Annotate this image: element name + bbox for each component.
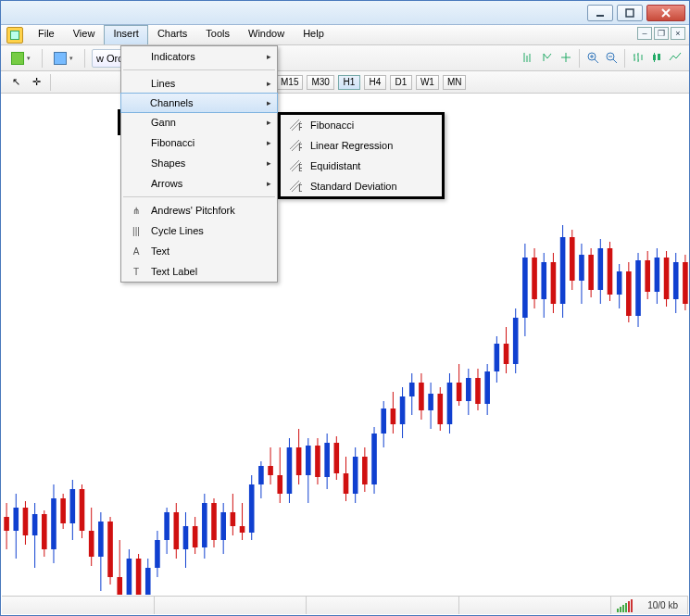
- menu-item-cycle-lines[interactable]: |||Cycle Lines: [121, 220, 277, 241]
- svg-rect-13: [658, 54, 660, 60]
- menu-item-indicators[interactable]: Indicators▸: [121, 46, 277, 67]
- menu-help[interactable]: Help: [294, 25, 333, 44]
- menu-item-label: Text: [151, 245, 169, 257]
- timeframe-mn[interactable]: MN: [443, 75, 467, 90]
- svg-rect-95: [381, 409, 386, 434]
- submenu-item-standard-deviation[interactable]: DStandard Deviation: [281, 176, 442, 196]
- channel-f-icon: F: [288, 118, 303, 132]
- svg-rect-153: [655, 258, 660, 292]
- svg-rect-89: [353, 457, 358, 494]
- periodicity-icon[interactable]: [539, 49, 556, 66]
- timeframe-h1[interactable]: H1: [338, 75, 360, 90]
- svg-line-9: [613, 59, 617, 63]
- status-cell: [2, 597, 155, 614]
- svg-text:R: R: [298, 142, 302, 152]
- bar-chart-icon[interactable]: [630, 49, 646, 66]
- svg-rect-119: [495, 344, 500, 371]
- status-cell: [155, 597, 307, 614]
- menu-item-text[interactable]: AText: [121, 241, 277, 261]
- mdi-minimize-button[interactable]: –: [637, 27, 652, 40]
- menu-item-shapes[interactable]: Shapes▸: [121, 153, 277, 173]
- svg-rect-35: [98, 522, 104, 557]
- menu-item-label: Lines: [151, 78, 175, 89]
- menu-item-andrews-pitchfork[interactable]: ⋔Andrews' Pitchfork: [121, 200, 277, 220]
- profiles-button[interactable]: ▾: [49, 49, 78, 68]
- channel-d-icon: D: [288, 179, 303, 194]
- svg-rect-117: [484, 371, 490, 404]
- svg-rect-85: [334, 443, 340, 473]
- svg-rect-141: [598, 248, 604, 290]
- timeframe-w1[interactable]: W1: [416, 75, 439, 90]
- submenu-arrow-icon: ▸: [267, 52, 271, 61]
- svg-rect-139: [588, 255, 594, 290]
- textlabel-icon: T: [129, 264, 144, 279]
- insert-dropdown: Indicators▸Lines▸Channels▸Gann▸Fibonacci…: [120, 45, 278, 283]
- titlebar: [1, 1, 689, 25]
- status-cell: [307, 597, 459, 614]
- menu-item-arrows[interactable]: Arrows▸: [121, 173, 277, 194]
- timeframe-m15[interactable]: M15: [276, 75, 303, 90]
- menu-item-text-label[interactable]: TText Label: [121, 261, 277, 282]
- maximize-button[interactable]: [617, 5, 643, 21]
- svg-rect-59: [211, 503, 217, 540]
- timeframe-d1[interactable]: D1: [390, 75, 412, 90]
- menu-window[interactable]: Window: [239, 25, 294, 44]
- zoom-out-icon[interactable]: [603, 49, 620, 66]
- svg-rect-157: [673, 262, 679, 299]
- svg-rect-105: [428, 394, 433, 410]
- menu-item-channels[interactable]: Channels▸: [120, 93, 278, 113]
- minimize-button[interactable]: [587, 5, 613, 21]
- timeframe-m30[interactable]: M30: [307, 75, 333, 90]
- line-chart-icon[interactable]: [667, 49, 684, 66]
- crosshair-icon[interactable]: ✛: [27, 74, 45, 91]
- menu-charts[interactable]: Charts: [148, 25, 196, 44]
- mdi-restore-button[interactable]: ❐: [654, 27, 669, 40]
- svg-rect-39: [117, 577, 122, 595]
- submenu-arrow-icon: ▸: [267, 79, 271, 88]
- svg-text:E: E: [298, 162, 302, 172]
- submenu-item-linear-regression[interactable]: RLinear Regression: [281, 135, 442, 156]
- menu-tools[interactable]: Tools: [196, 25, 239, 44]
- menu-view[interactable]: View: [64, 25, 105, 44]
- menubar: File View Insert Charts Tools Window Hel…: [1, 25, 689, 45]
- svg-rect-83: [324, 443, 330, 477]
- new-chart-button[interactable]: ▾: [6, 49, 35, 68]
- submenu-item-label: Fibonacci: [310, 119, 354, 131]
- svg-rect-21: [32, 514, 38, 535]
- mdi-close-button[interactable]: ×: [671, 27, 685, 40]
- svg-rect-65: [240, 526, 245, 533]
- indicator-list-icon[interactable]: [521, 49, 537, 66]
- svg-rect-101: [409, 383, 415, 396]
- menu-insert[interactable]: Insert: [104, 25, 148, 44]
- menu-item-lines[interactable]: Lines▸: [121, 73, 277, 94]
- candle-chart-icon[interactable]: [648, 49, 665, 66]
- connection-kb-label: 10/0 kb: [638, 600, 687, 610]
- svg-rect-145: [617, 271, 622, 295]
- svg-rect-23: [42, 514, 47, 549]
- svg-rect-33: [89, 531, 94, 557]
- svg-rect-15: [4, 517, 9, 531]
- submenu-item-fibonacci[interactable]: FFibonacci: [281, 115, 442, 135]
- zoom-in-icon[interactable]: [584, 49, 601, 66]
- templates-icon[interactable]: [558, 49, 574, 66]
- svg-rect-111: [457, 383, 462, 401]
- blank-icon: [129, 49, 144, 64]
- cursor-icon[interactable]: ↖: [6, 74, 25, 91]
- svg-rect-27: [60, 498, 66, 523]
- channel-r-icon: R: [288, 138, 303, 153]
- svg-rect-51: [173, 512, 179, 549]
- close-button[interactable]: [646, 5, 685, 21]
- menu-item-label: Gann: [151, 117, 176, 128]
- menu-item-gann[interactable]: Gann▸: [121, 112, 277, 132]
- blank-icon: [129, 176, 144, 191]
- timeframe-h4[interactable]: H4: [364, 75, 386, 90]
- svg-rect-55: [193, 526, 198, 547]
- menu-item-fibonacci[interactable]: Fibonacci▸: [121, 132, 277, 153]
- submenu-item-equidistant[interactable]: EEquidistant: [281, 156, 442, 176]
- menu-item-label: Fibonacci: [151, 137, 194, 148]
- submenu-arrow-icon: ▸: [267, 138, 271, 147]
- menu-file[interactable]: File: [29, 25, 64, 44]
- statusbar: 10/0 kb: [2, 596, 688, 614]
- svg-rect-61: [220, 512, 226, 540]
- svg-rect-19: [23, 508, 29, 535]
